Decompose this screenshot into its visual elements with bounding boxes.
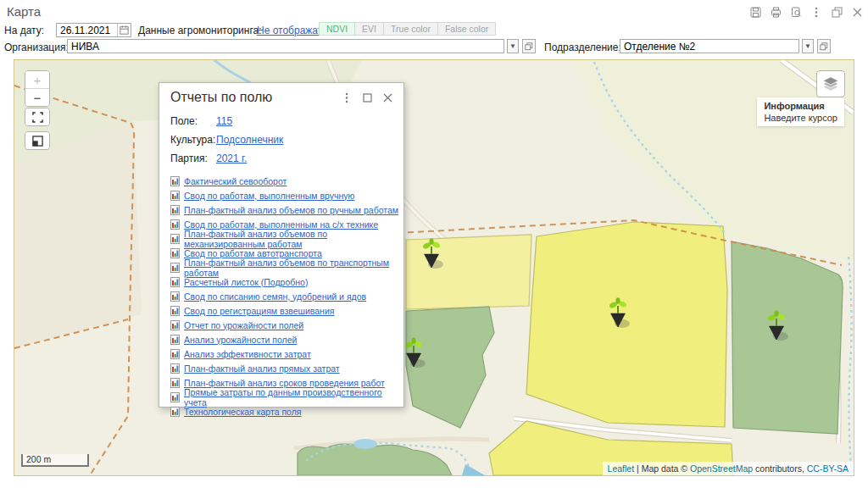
department-value: Отделение №2	[624, 41, 795, 53]
report-link[interactable]: Свод по регистрациям взвешивания	[184, 306, 334, 316]
report-list-item: План-фактный анализ объемов по механизир…	[170, 231, 403, 246]
popup-header: Отчеты по полю	[159, 83, 403, 107]
zoom-out-button[interactable]: −	[25, 89, 49, 106]
zoom-in-button[interactable]: +	[25, 71, 49, 88]
department-label: Подразделение:	[544, 42, 621, 53]
popup-more-icon[interactable]	[339, 91, 354, 104]
field-info-label: Поле:	[170, 115, 216, 127]
info-tooltip-title: Информация	[764, 101, 837, 111]
map-canvas[interactable]: + − Информация Наведите курсор 200 m	[14, 59, 854, 476]
report-icon	[170, 205, 180, 215]
report-icon	[170, 219, 180, 230]
fullscreen-icon[interactable]	[25, 108, 49, 125]
agromonitoring-label: Данные агромониторинга:	[138, 25, 262, 36]
organization-input[interactable]: НИВА	[67, 39, 504, 53]
info-tooltip: Информация Наведите курсор	[757, 97, 844, 126]
report-icon	[170, 320, 180, 330]
report-link[interactable]: Фактический севооборот	[184, 176, 287, 186]
attribution-text: | Map data ©	[634, 463, 690, 474]
popup-field-info: Поле: 115 Культура: Подсолнечник Партия:…	[170, 112, 403, 168]
fullscreen-control	[25, 108, 50, 126]
overview-control	[25, 131, 50, 150]
zoom-control: + −	[25, 70, 50, 107]
report-icon	[170, 407, 180, 417]
osm-link[interactable]: OpenStreetMap	[690, 463, 753, 474]
organization-label: Организация:	[4, 42, 69, 53]
report-link[interactable]: Отчет по урожайности полей	[184, 320, 303, 330]
report-icon	[170, 263, 180, 273]
report-link[interactable]: План-фактный анализ объемов по механизир…	[184, 229, 403, 249]
leaflet-link[interactable]: Leaflet	[608, 463, 635, 474]
popup-close-icon[interactable]	[380, 91, 395, 104]
report-link[interactable]: Технологическая карта поля	[184, 407, 302, 417]
print-icon[interactable]	[770, 6, 782, 18]
date-value: 26.11.2021	[60, 25, 117, 36]
report-link[interactable]: План-фактный анализ объемов по ручным ра…	[184, 205, 398, 215]
report-list-item: Свод по списанию семян, удобрений и ядов	[170, 289, 403, 303]
report-link[interactable]: План-фактный анализ прямых затрат	[184, 363, 340, 374]
field-info-row: Партия: 2021 г.	[170, 149, 403, 168]
minimap-icon[interactable]	[25, 132, 49, 149]
report-icon	[170, 291, 180, 302]
field-info-label: Культура:	[170, 134, 216, 146]
preview-icon[interactable]	[790, 6, 802, 18]
attribution-text: contributors,	[753, 463, 807, 474]
layer-type-button[interactable]: NDVI	[319, 22, 355, 36]
window-controls	[749, 6, 863, 18]
report-link[interactable]: Прямые затраты по данным производственно…	[184, 387, 403, 408]
report-list-item: План-фактный анализ прямых затрат	[170, 361, 403, 375]
report-list-item: План-фактный анализ объемов по транспорт…	[170, 260, 403, 274]
report-link[interactable]: Анализ эффективности затрат	[184, 349, 311, 359]
date-label: На дату:	[4, 25, 44, 36]
layer-type-buttons: NDVIEVITrue colorFalse color	[320, 22, 496, 36]
field-info-label: Партия:	[170, 152, 216, 164]
page-title: Карта	[7, 4, 41, 19]
department-pick-button[interactable]	[817, 39, 831, 53]
organization-pick-button[interactable]	[522, 39, 536, 53]
report-links-list: Фактический севооборот Свод по работам, …	[170, 174, 403, 419]
date-input[interactable]: 26.11.2021	[56, 23, 131, 37]
report-list-item: Анализ урожайности полей	[170, 332, 403, 347]
scale-label: 200 m	[26, 454, 51, 464]
report-icon	[170, 248, 180, 258]
report-link[interactable]: Анализ урожайности полей	[184, 335, 297, 345]
report-icon	[170, 277, 180, 287]
calendar-icon[interactable]	[117, 24, 131, 36]
close-icon[interactable]	[851, 6, 863, 18]
report-list-item: Анализ эффективности затрат	[170, 347, 403, 361]
report-link[interactable]: Расчетный листок (Подробно)	[184, 277, 308, 287]
agromonitoring-toggle-link[interactable]: Не отображать	[257, 25, 328, 36]
field-info-row: Культура: Подсолнечник	[170, 130, 403, 149]
report-link[interactable]: Свод по работам, выполненным вручную	[184, 191, 354, 201]
layers-control[interactable]	[816, 70, 845, 97]
field-info-value-link[interactable]: 2021 г.	[216, 152, 247, 164]
scale-bar: 200 m	[21, 454, 89, 467]
report-list-item: План-фактный анализ объемов по ручным ра…	[170, 202, 403, 217]
license-link[interactable]: CC-BY-SA	[807, 463, 849, 474]
layer-type-button[interactable]: False color	[437, 22, 496, 36]
restore-window-icon[interactable]	[831, 6, 843, 18]
report-list-item: Отчет по урожайности полей	[170, 318, 403, 332]
report-icon	[170, 335, 180, 345]
report-icon	[170, 234, 180, 244]
report-icon	[170, 363, 180, 374]
organization-dropdown-arrow[interactable]: ▼	[507, 39, 519, 53]
report-icon	[170, 378, 180, 388]
department-input[interactable]: Отделение №2	[620, 39, 799, 53]
popup-title: Отчеты по полю	[170, 90, 334, 105]
field-info-value-link[interactable]: Подсолнечник	[216, 134, 283, 146]
report-link[interactable]: Свод по списанию семян, удобрений и ядов	[184, 291, 366, 302]
info-tooltip-subtitle: Наведите курсор	[764, 113, 837, 123]
field-info-value-link[interactable]: 115	[216, 115, 232, 127]
report-list-item: Свод по регистрациям взвешивания	[170, 303, 403, 318]
save-icon[interactable]	[749, 6, 761, 18]
layer-type-button[interactable]: EVI	[354, 22, 384, 36]
more-menu-icon[interactable]	[810, 6, 822, 18]
report-list-item: Фактический севооборот	[170, 174, 403, 188]
report-link[interactable]: План-фактный анализ объемов по транспорт…	[184, 258, 403, 278]
department-dropdown-arrow[interactable]: ▼	[802, 39, 814, 53]
popup-maximize-icon[interactable]	[359, 91, 375, 104]
layer-type-button[interactable]: True color	[383, 22, 438, 36]
field-reports-popup: Отчеты по полю Поле: 115 Культура:	[159, 82, 404, 408]
report-list-item: Свод по работам, выполненным вручную	[170, 188, 403, 202]
